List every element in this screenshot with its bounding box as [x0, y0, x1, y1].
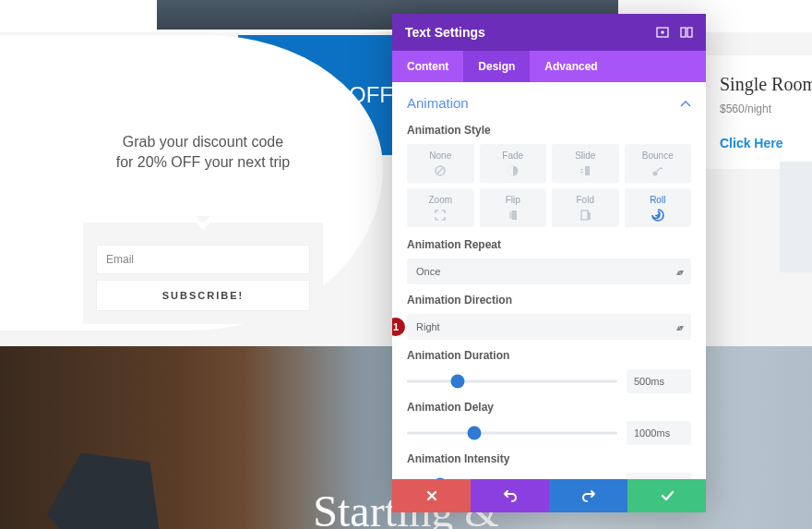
label-animation-repeat: Animation Repeat — [407, 238, 691, 251]
value-duration[interactable]: 500ms — [627, 369, 691, 393]
tab-advanced[interactable]: Advanced — [530, 51, 612, 82]
signup-heading-l2: for 20% OFF your next trip — [116, 154, 291, 170]
label-animation-direction: Animation Direction — [407, 294, 691, 307]
label-animation-style: Animation Style — [407, 124, 691, 137]
svg-rect-9 — [580, 172, 583, 173]
svg-point-1 — [662, 31, 663, 33]
room-card-price: $560/night — [720, 102, 812, 115]
room-card: Single Rooms $560/night Click Here — [706, 55, 812, 169]
select-repeat-value: Once — [416, 266, 440, 277]
panel-header[interactable]: Text Settings — [392, 14, 706, 51]
room-card-title: Single Rooms — [720, 74, 812, 95]
roll-icon — [651, 209, 664, 222]
panel-tabs: Content Design Advanced — [392, 51, 706, 82]
style-none[interactable]: None — [407, 144, 474, 183]
save-button[interactable] — [627, 479, 706, 512]
room-card-link[interactable]: Click Here — [720, 136, 812, 150]
select-direction-value: Right — [416, 321, 440, 332]
signup-heading-l1: Grab your discount code — [123, 134, 283, 150]
svg-point-10 — [652, 171, 657, 175]
marker-badge-1: 1 — [392, 318, 405, 336]
settings-panel: Text Settings Content Design Advanced An… — [392, 14, 706, 512]
chevron-up-icon — [680, 95, 691, 111]
value-intensity[interactable]: 16% — [627, 473, 691, 479]
animation-style-grid: None Fade Slide Bounce Zoom Flip Fold Ro… — [407, 144, 691, 227]
value-delay[interactable]: 1000ms — [627, 421, 691, 445]
email-field[interactable]: Email — [96, 245, 310, 274]
panel-title: Text Settings — [405, 25, 485, 40]
cancel-button[interactable] — [392, 479, 471, 512]
expand-icon[interactable] — [656, 27, 669, 38]
none-icon — [434, 164, 447, 177]
slider-duration[interactable] — [407, 373, 617, 390]
slider-delay[interactable] — [407, 425, 617, 441]
signup-blob: Grab your discount code for 20% OFF your… — [0, 35, 383, 331]
panel-footer — [392, 479, 706, 512]
style-bounce[interactable]: Bounce — [625, 144, 692, 183]
style-fade[interactable]: Fade — [480, 144, 547, 183]
style-flip[interactable]: Flip — [480, 188, 547, 227]
section-title: Animation — [407, 95, 469, 111]
svg-rect-7 — [585, 166, 590, 175]
tab-content[interactable]: Content — [392, 51, 463, 82]
panel-body: Animation Animation Style None Fade Slid… — [392, 82, 706, 479]
room-card-image — [780, 162, 812, 272]
undo-button[interactable] — [471, 479, 549, 512]
slider-intensity[interactable] — [407, 476, 617, 479]
svg-rect-8 — [580, 169, 583, 170]
select-animation-direction[interactable]: 1 Right ▴▾ — [407, 314, 691, 340]
label-animation-intensity: Animation Intensity — [407, 452, 691, 465]
slide-icon — [579, 164, 591, 177]
label-animation-delay: Animation Delay — [407, 401, 691, 414]
subscribe-button[interactable]: SUBSCRIBE! — [96, 280, 310, 311]
flip-icon — [507, 209, 519, 222]
hero-decorative-shape — [32, 423, 189, 529]
svg-line-5 — [437, 167, 444, 174]
svg-rect-12 — [581, 210, 588, 220]
fade-icon — [507, 164, 519, 177]
select-animation-repeat[interactable]: Once ▴▾ — [407, 258, 691, 284]
style-zoom[interactable]: Zoom — [407, 188, 474, 227]
redo-button[interactable] — [549, 479, 627, 512]
caret-icon: ▴▾ — [676, 322, 682, 332]
label-animation-duration: Animation Duration — [407, 349, 691, 362]
caret-icon: ▴▾ — [676, 267, 682, 277]
signup-form: Email SUBSCRIBE! — [83, 222, 323, 324]
fold-icon — [579, 209, 591, 222]
style-slide[interactable]: Slide — [552, 144, 619, 183]
svg-rect-3 — [687, 28, 692, 37]
tab-design[interactable]: Design — [463, 51, 530, 82]
bounce-icon — [651, 164, 664, 177]
section-animation-toggle[interactable]: Animation — [407, 95, 691, 111]
svg-rect-2 — [681, 28, 686, 37]
svg-rect-11 — [512, 210, 517, 220]
grid-icon[interactable] — [680, 27, 693, 38]
style-roll[interactable]: Roll — [625, 188, 692, 227]
zoom-icon — [434, 209, 447, 222]
style-fold[interactable]: Fold — [552, 188, 619, 227]
signup-heading: Grab your discount code for 20% OFF your… — [83, 132, 323, 172]
